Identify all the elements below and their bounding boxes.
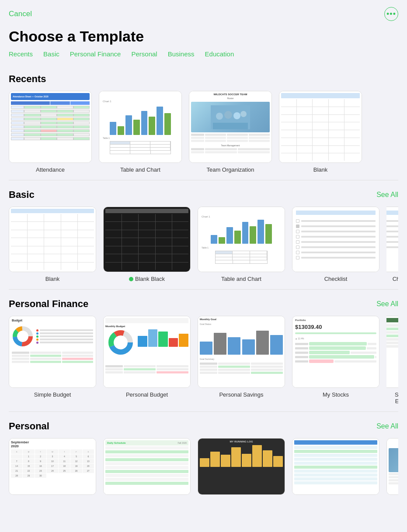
tab-recents[interactable]: Recents	[9, 50, 33, 58]
template-blank-black[interactable]: Blank Black	[103, 207, 191, 282]
checklist2-thumbnail	[386, 207, 398, 272]
team-org-label: Team Organization	[206, 166, 254, 173]
personal-header: Personal See All	[9, 421, 398, 432]
team-org-thumbnail: WILDCATS SOCCER TEAM Roster	[189, 91, 272, 163]
template-my-stocks[interactable]: Portfolio $13039.40 ▲ 12.4%	[292, 316, 379, 404]
table-chart-basic-label: Table and Chart	[221, 276, 261, 282]
personal-budget-label: Personal Budget	[126, 391, 168, 398]
simple-budget-thumbnail: Budget	[9, 316, 96, 388]
template-personal-savings[interactable]: Monthly Goal Goal Status	[198, 316, 285, 404]
table-chart-label: Table and Chart	[120, 166, 160, 173]
blank-recents-label: Blank	[313, 166, 328, 173]
template-daily-schedule[interactable]: Daily Schedule Fall 2020	[103, 438, 191, 498]
personal-finance-see-all[interactable]: See All	[376, 300, 398, 308]
tab-education[interactable]: Education	[205, 50, 234, 58]
more-options-button[interactable]: •••	[384, 7, 398, 21]
template-blank-basic[interactable]: Blank	[9, 207, 96, 282]
personal-budget-thumbnail: Monthly Budget	[103, 316, 191, 388]
personal-savings-thumbnail: Monthly Goal Goal Status	[198, 316, 285, 388]
table-chart-basic-thumbnail: Chart 1 Table 1	[198, 207, 285, 272]
personal-finance-title: Personal Finance	[9, 298, 88, 310]
green-dot-indicator	[129, 277, 133, 281]
template-table-chart-basic[interactable]: Chart 1 Table 1	[198, 207, 285, 282]
template-shared-expenses[interactable]: Shared Expenses Shared Expe...	[386, 316, 398, 404]
template-simple-budget[interactable]: Budget	[9, 316, 96, 404]
checklist-thumbnail	[292, 207, 379, 272]
svg-point-3	[233, 112, 240, 119]
recents-title: Recents	[9, 73, 46, 85]
personal-finance-header: Personal Finance See All	[9, 298, 398, 310]
template-calendar[interactable]: September2020 SMTWTFS 123456 78910111213…	[9, 438, 96, 498]
personal-section: Personal See All September2020 SMTWTFS 1…	[0, 412, 407, 505]
shared-expenses-label: Shared Expe...	[386, 391, 398, 404]
my-stocks-thumbnail: Portfolio $13039.40 ▲ 12.4%	[292, 316, 379, 388]
recents-header: Recents	[9, 73, 398, 85]
nav-tabs: Recents Basic Personal Finance Personal …	[0, 50, 407, 65]
tab-business[interactable]: Business	[168, 50, 195, 58]
template-blank-recents[interactable]: Blank	[279, 91, 362, 173]
table-chart-thumbnail: Chart 1 Table 1	[99, 91, 182, 163]
basic-title: Basic	[9, 189, 35, 200]
template-checklist2[interactable]: Checklist	[386, 207, 398, 282]
basic-templates-row: Blank	[9, 207, 398, 286]
wildcats-personal-thumbnail: WILDCATS SOCCER TEAM Roster	[386, 438, 398, 495]
basic-see-all[interactable]: See All	[376, 191, 398, 199]
recents-templates-row: Attendance Sheet — October 2020	[9, 91, 398, 176]
template-personal-budget[interactable]: Monthly Budget	[103, 316, 191, 404]
my-stocks-label: My Stocks	[323, 391, 349, 398]
tab-personal-finance[interactable]: Personal Finance	[70, 50, 121, 58]
checklist2-label: Checklist	[393, 276, 398, 282]
daily-schedule-thumbnail: Daily Schedule Fall 2020	[103, 438, 191, 495]
personal-savings-label: Personal Savings	[219, 391, 263, 398]
blank-basic-label: Blank	[45, 276, 60, 282]
more-icon: •••	[386, 10, 396, 19]
template-remodel[interactable]	[292, 438, 379, 498]
recents-section: Recents Attendance Sheet — October 2020	[0, 65, 407, 180]
personal-see-all[interactable]: See All	[376, 422, 398, 430]
template-table-chart[interactable]: Chart 1 Table 1	[99, 91, 182, 173]
personal-finance-section: Personal Finance See All Budget	[0, 290, 407, 411]
blank-black-thumbnail	[103, 207, 191, 272]
calendar-thumbnail: September2020 SMTWTFS 123456 78910111213…	[9, 438, 96, 495]
remodel-thumbnail	[292, 438, 379, 495]
running-log-thumbnail: MY RUNNING LOG	[198, 438, 285, 495]
basic-header: Basic See All	[9, 189, 398, 200]
attendance-label: Attendance	[36, 166, 65, 173]
tab-basic[interactable]: Basic	[43, 50, 59, 58]
blank-basic-thumbnail	[9, 207, 96, 272]
tab-personal[interactable]: Personal	[131, 50, 157, 58]
blank-recents-thumbnail	[279, 91, 362, 163]
checklist-label: Checklist	[324, 276, 348, 282]
template-attendance[interactable]: Attendance Sheet — October 2020	[9, 91, 92, 173]
svg-point-2	[224, 111, 232, 119]
svg-point-1	[216, 113, 223, 120]
blank-black-label: Blank Black	[129, 276, 165, 282]
svg-rect-5	[213, 123, 248, 129]
personal-title: Personal	[9, 421, 49, 432]
template-wildcats-personal[interactable]: WILDCATS SOCCER TEAM Roster	[386, 438, 398, 498]
template-running-log[interactable]: MY RUNNING LOG	[198, 438, 285, 498]
attendance-thumbnail: Attendance Sheet — October 2020	[9, 91, 92, 163]
template-team-org[interactable]: WILDCATS SOCCER TEAM Roster	[189, 91, 272, 173]
basic-section: Basic See All	[0, 180, 407, 289]
top-bar: Cancel •••	[0, 0, 407, 24]
svg-point-4	[240, 111, 247, 117]
personal-templates-row: September2020 SMTWTFS 123456 78910111213…	[9, 438, 398, 502]
personal-finance-templates-row: Budget	[9, 316, 398, 408]
page-title: Choose a Template	[0, 24, 407, 50]
cancel-button[interactable]: Cancel	[9, 10, 32, 18]
simple-budget-label: Simple Budget	[34, 391, 71, 398]
shared-expenses-thumbnail: Shared Expenses	[386, 316, 398, 388]
template-checklist[interactable]: Checklist	[292, 207, 379, 282]
